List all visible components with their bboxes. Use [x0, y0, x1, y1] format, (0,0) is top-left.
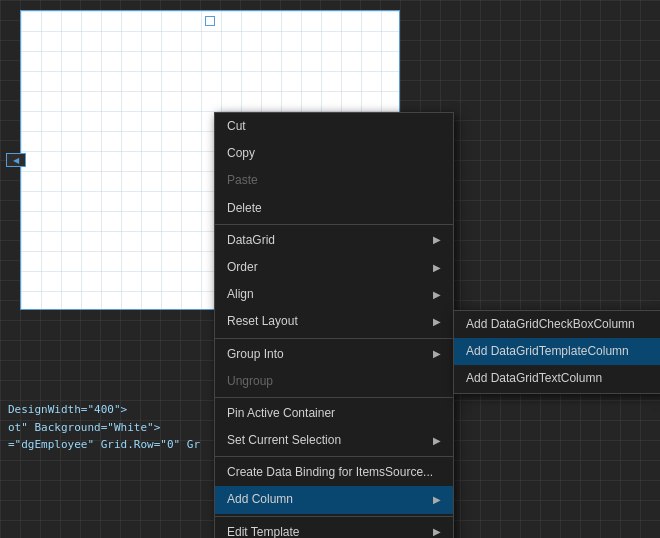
- menu-item-add-column[interactable]: Add Column ▶: [215, 486, 453, 513]
- context-menu: Cut Copy Paste Delete DataGrid ▶ Order ▶…: [214, 112, 454, 538]
- code-text-area: DesignWidth="400"> ot" Background="White…: [0, 397, 208, 458]
- menu-item-create-binding[interactable]: Create Data Binding for ItemsSource...: [215, 459, 453, 486]
- menu-item-reset-layout[interactable]: Reset Layout ▶: [215, 308, 453, 335]
- submenu-item-checkbox-column[interactable]: Add DataGridCheckBoxColumn: [454, 311, 660, 338]
- menu-item-cut[interactable]: Cut: [215, 113, 453, 140]
- code-line-3: ="dgEmployee" Grid.Row="0" Gr: [8, 436, 200, 454]
- menu-item-set-current[interactable]: Set Current Selection ▶: [215, 427, 453, 454]
- submenu-item-text-column[interactable]: Add DataGridTextColumn: [454, 365, 660, 392]
- menu-item-order[interactable]: Order ▶: [215, 254, 453, 281]
- menu-item-datagrid[interactable]: DataGrid ▶: [215, 227, 453, 254]
- menu-item-ungroup: Ungroup: [215, 368, 453, 395]
- separator-1: [215, 224, 453, 225]
- code-line-2: ot" Background="White">: [8, 419, 200, 437]
- menu-item-pin-active[interactable]: Pin Active Container: [215, 400, 453, 427]
- arrow-icon: ▶: [433, 433, 441, 449]
- separator-5: [215, 516, 453, 517]
- code-line-1: DesignWidth="400">: [8, 401, 200, 419]
- arrow-icon: ▶: [433, 287, 441, 303]
- arrow-icon: ▶: [433, 492, 441, 508]
- arrow-icon: ▶: [433, 232, 441, 248]
- arrow-icon: ▶: [433, 346, 441, 362]
- arrow-icon: ▶: [433, 524, 441, 538]
- arrow-icon: ▶: [433, 314, 441, 330]
- menu-item-delete[interactable]: Delete: [215, 195, 453, 222]
- menu-item-edit-template[interactable]: Edit Template ▶: [215, 519, 453, 538]
- menu-item-group-into[interactable]: Group Into ▶: [215, 341, 453, 368]
- resize-handle-top[interactable]: [205, 16, 215, 26]
- arrow-icon: ▶: [433, 260, 441, 276]
- submenu-item-template-column[interactable]: Add DataGridTemplateColumn: [454, 338, 660, 365]
- menu-item-copy[interactable]: Copy: [215, 140, 453, 167]
- menu-item-align[interactable]: Align ▶: [215, 281, 453, 308]
- separator-3: [215, 397, 453, 398]
- menu-item-paste: Paste: [215, 167, 453, 194]
- separator-4: [215, 456, 453, 457]
- resize-handle-left[interactable]: [6, 153, 26, 167]
- submenu-add-column: Add DataGridCheckBoxColumn Add DataGridT…: [453, 310, 660, 394]
- separator-2: [215, 338, 453, 339]
